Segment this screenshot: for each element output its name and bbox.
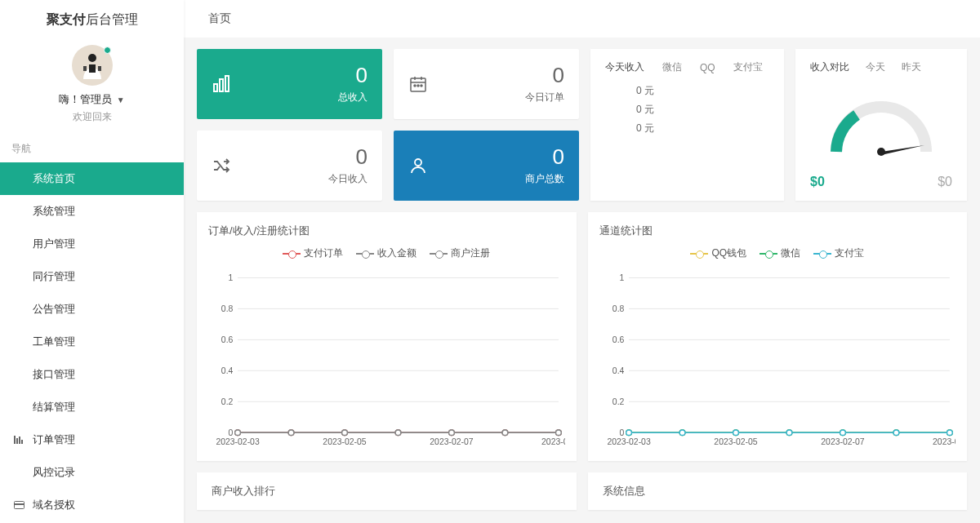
gauge-title: 收入对比 (810, 60, 849, 74)
svg-rect-3 (98, 66, 101, 71)
svg-text:1: 1 (229, 273, 234, 282)
legend-item[interactable]: 微信 (760, 246, 800, 260)
today-income-panel: 今天收入 微信 QQ 支付宝 0 元 0 元 0 元 (590, 49, 784, 201)
svg-point-58 (395, 430, 401, 436)
svg-point-60 (502, 430, 508, 436)
stats-grid: 0总收入0今日订单0今日收入0商户总数 (197, 49, 579, 201)
legend-item[interactable]: 支付订单 (283, 246, 343, 260)
stat-card-2[interactable]: 0今日收入 (197, 131, 382, 201)
svg-rect-6 (16, 438, 18, 444)
profile-name-text: 嗨！管理员 (59, 93, 112, 105)
stat-value: 0 (328, 145, 368, 169)
legend-item[interactable]: 收入金额 (356, 246, 416, 260)
nav-item-10[interactable]: 域名授权 (0, 489, 184, 521)
stat-label: 总收入 (338, 91, 368, 104)
svg-point-59 (449, 430, 455, 436)
nav-label: 域名授权 (33, 498, 75, 512)
caret-down-icon: ▼ (117, 95, 125, 104)
stat-card-0[interactable]: 0总收入 (197, 49, 382, 119)
svg-point-99 (947, 430, 952, 436)
nav-item-3[interactable]: 同行管理 (0, 260, 184, 293)
nav-item-8[interactable]: 订单管理 (0, 423, 184, 456)
gauge-panel: 收入对比 今天 昨天 $0 $0 (795, 49, 967, 201)
svg-text:2023-02-: 2023-02- (541, 437, 564, 446)
svg-text:0.2: 0.2 (221, 397, 234, 406)
main: 首页 0总收入0今日订单0今日收入0商户总数 今天收入 微信 QQ 支付宝 0 … (184, 0, 980, 523)
tab-wechat[interactable]: 微信 (662, 60, 682, 74)
user-icon (408, 154, 431, 177)
gauge-value-right: $0 (938, 175, 952, 189)
nav-item-6[interactable]: 接口管理 (0, 358, 184, 391)
legend-label: 支付宝 (835, 246, 864, 260)
today-income-title: 今天收入 (605, 60, 644, 74)
svg-text:2023-02-03: 2023-02-03 (216, 437, 260, 446)
svg-point-61 (556, 430, 562, 436)
profile-welcome: 欢迎回来 (0, 110, 184, 124)
svg-point-97 (840, 430, 845, 436)
stat-label: 今日订单 (525, 91, 564, 104)
legend-item[interactable]: 商户注册 (430, 246, 490, 260)
nav-item-0[interactable]: 系统首页 (0, 162, 184, 195)
legend-mark-icon (760, 250, 777, 258)
svg-rect-14 (225, 76, 229, 91)
tab-today[interactable]: 今天 (866, 60, 885, 74)
legend-item[interactable]: 支付宝 (813, 246, 864, 260)
legend-label: 收入金额 (377, 246, 416, 260)
chart-body[interactable]: 00.20.40.60.812023-02-032023-02-052023-0… (599, 267, 956, 454)
svg-point-57 (342, 430, 348, 436)
bars-icon (13, 435, 24, 445)
brand: 聚支付后台管理 (0, 0, 184, 37)
nav-label: 同行管理 (33, 269, 75, 284)
income-line: 0 元 (636, 122, 769, 135)
tab-alipay[interactable]: 支付宝 (733, 60, 763, 74)
legend-mark-icon (690, 250, 708, 258)
svg-text:0.8: 0.8 (221, 304, 234, 313)
nav-label: 接口管理 (33, 367, 75, 382)
stat-card-3[interactable]: 0商户总数 (394, 131, 579, 201)
svg-rect-5 (14, 436, 16, 444)
nav-item-5[interactable]: 工单管理 (0, 326, 184, 358)
svg-text:1: 1 (619, 273, 624, 282)
svg-point-20 (417, 85, 419, 86)
svg-point-96 (786, 430, 792, 436)
nav-list: 系统首页系统管理用户管理同行管理公告管理工单管理接口管理结算管理订单管理风控记录… (0, 162, 184, 523)
legend-label: 微信 (781, 246, 800, 260)
chart-body[interactable]: 00.20.40.60.812023-02-032023-02-052023-0… (208, 267, 565, 454)
nav-label: 风控记录 (33, 465, 75, 480)
stat-card-1[interactable]: 0今日订单 (394, 49, 579, 119)
avatar[interactable] (72, 45, 113, 86)
svg-rect-12 (214, 84, 217, 91)
svg-point-95 (733, 430, 738, 436)
tab-yesterday[interactable]: 昨天 (902, 60, 921, 74)
svg-point-22 (415, 159, 421, 166)
svg-rect-7 (19, 437, 20, 444)
tab-qq[interactable]: QQ (700, 62, 715, 73)
nav-item-2[interactable]: 用户管理 (0, 228, 184, 260)
svg-text:2023-02-03: 2023-02-03 (607, 437, 651, 446)
stat-value: 0 (525, 145, 564, 169)
svg-point-56 (288, 430, 294, 436)
profile: 嗨！管理员 ▼ 欢迎回来 (0, 37, 184, 135)
income-line: 0 元 (636, 103, 769, 117)
nav-label: 工单管理 (33, 335, 75, 349)
legend-item[interactable]: QQ钱包 (690, 246, 746, 260)
nav-item-1[interactable]: 系统管理 (0, 195, 184, 228)
svg-point-98 (893, 430, 899, 436)
svg-point-19 (414, 85, 416, 86)
nav-label: 结算管理 (33, 400, 75, 414)
income-lines: 0 元 0 元 0 元 (605, 84, 769, 135)
shuffle-icon (212, 154, 234, 177)
svg-text:2023-02-05: 2023-02-05 (323, 437, 367, 446)
stat-label: 商户总数 (525, 172, 564, 186)
nav-label: 订单管理 (33, 432, 75, 447)
nav-item-7[interactable]: 结算管理 (0, 391, 184, 423)
nav-label: 用户管理 (33, 237, 75, 251)
legend-mark-icon (356, 250, 374, 258)
system-info-panel: 系统信息 (588, 472, 968, 510)
nav-item-4[interactable]: 公告管理 (0, 293, 184, 326)
svg-point-93 (626, 430, 631, 436)
nav-label: 公告管理 (33, 302, 75, 317)
nav-item-9[interactable]: 风控记录 (0, 456, 184, 489)
profile-name-dropdown[interactable]: 嗨！管理员 ▼ (0, 92, 184, 107)
svg-point-55 (235, 430, 241, 436)
